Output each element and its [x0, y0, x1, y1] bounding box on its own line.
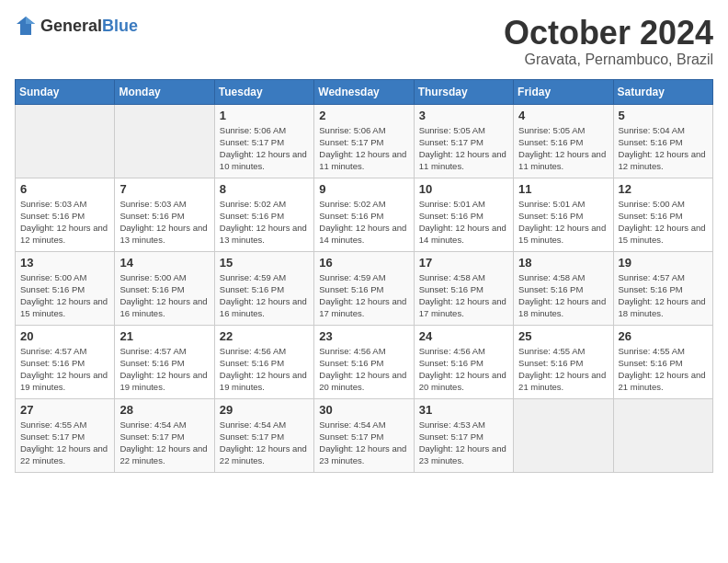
day-info: Sunrise: 5:06 AM Sunset: 5:17 PM Dayligh… — [220, 124, 309, 173]
calendar-week-2: 6Sunrise: 5:03 AM Sunset: 5:16 PM Daylig… — [16, 178, 713, 251]
calendar-cell: 29Sunrise: 4:54 AM Sunset: 5:17 PM Dayli… — [214, 398, 313, 472]
day-number: 8 — [220, 182, 309, 196]
day-info: Sunrise: 5:00 AM Sunset: 5:16 PM Dayligh… — [20, 271, 109, 320]
day-number: 28 — [119, 403, 209, 417]
day-number: 29 — [220, 403, 309, 417]
day-number: 22 — [220, 329, 309, 343]
calendar-week-3: 13Sunrise: 5:00 AM Sunset: 5:16 PM Dayli… — [16, 251, 713, 325]
day-number: 25 — [518, 329, 608, 343]
calendar-cell: 20Sunrise: 4:57 AM Sunset: 5:16 PM Dayli… — [16, 325, 115, 398]
logo-icon — [15, 15, 37, 37]
day-info: Sunrise: 4:59 AM Sunset: 5:16 PM Dayligh… — [220, 271, 309, 320]
day-header-monday: Monday — [115, 79, 214, 104]
calendar-cell: 18Sunrise: 4:58 AM Sunset: 5:16 PM Dayli… — [514, 251, 613, 325]
day-number: 17 — [419, 256, 508, 270]
day-info: Sunrise: 4:57 AM Sunset: 5:16 PM Dayligh… — [619, 271, 708, 320]
day-info: Sunrise: 4:59 AM Sunset: 5:16 PM Dayligh… — [319, 271, 408, 320]
day-header-friday: Friday — [514, 79, 613, 104]
day-info: Sunrise: 4:56 AM Sunset: 5:16 PM Dayligh… — [319, 345, 408, 394]
day-header-sunday: Sunday — [16, 79, 115, 104]
calendar-cell — [613, 398, 712, 472]
day-number: 16 — [319, 256, 408, 270]
day-number: 7 — [119, 182, 209, 196]
day-info: Sunrise: 5:01 AM Sunset: 5:16 PM Dayligh… — [419, 198, 508, 247]
day-info: Sunrise: 5:03 AM Sunset: 5:16 PM Dayligh… — [119, 198, 209, 247]
day-info: Sunrise: 5:02 AM Sunset: 5:16 PM Dayligh… — [220, 198, 309, 247]
day-number: 24 — [419, 329, 508, 343]
day-number: 18 — [518, 256, 608, 270]
day-info: Sunrise: 4:58 AM Sunset: 5:16 PM Dayligh… — [518, 271, 608, 320]
calendar-cell: 11Sunrise: 5:01 AM Sunset: 5:16 PM Dayli… — [514, 178, 613, 251]
calendar-cell: 3Sunrise: 5:05 AM Sunset: 5:17 PM Daylig… — [414, 104, 513, 178]
calendar-cell: 8Sunrise: 5:02 AM Sunset: 5:16 PM Daylig… — [214, 178, 313, 251]
calendar-cell: 28Sunrise: 4:54 AM Sunset: 5:17 PM Dayli… — [115, 398, 214, 472]
day-info: Sunrise: 5:06 AM Sunset: 5:17 PM Dayligh… — [319, 124, 408, 173]
day-info: Sunrise: 4:55 AM Sunset: 5:16 PM Dayligh… — [619, 345, 708, 394]
day-number: 10 — [419, 182, 508, 196]
calendar-table: SundayMondayTuesdayWednesdayThursdayFrid… — [15, 79, 713, 473]
day-info: Sunrise: 5:04 AM Sunset: 5:16 PM Dayligh… — [619, 124, 708, 173]
calendar-cell: 4Sunrise: 5:05 AM Sunset: 5:16 PM Daylig… — [514, 104, 613, 178]
day-number: 26 — [619, 329, 708, 343]
day-info: Sunrise: 5:01 AM Sunset: 5:16 PM Dayligh… — [518, 198, 608, 247]
location-title: Gravata, Pernambuco, Brazil — [504, 52, 713, 68]
calendar-cell: 23Sunrise: 4:56 AM Sunset: 5:16 PM Dayli… — [314, 325, 414, 398]
page-header: GeneralBlue October 2024 Gravata, Pernam… — [15, 15, 713, 68]
day-info: Sunrise: 4:57 AM Sunset: 5:16 PM Dayligh… — [20, 345, 109, 394]
calendar-cell: 17Sunrise: 4:58 AM Sunset: 5:16 PM Dayli… — [414, 251, 513, 325]
day-number: 5 — [619, 109, 708, 122]
calendar-cell — [115, 104, 214, 178]
logo: GeneralBlue — [15, 15, 138, 37]
day-number: 2 — [319, 109, 408, 122]
day-info: Sunrise: 5:00 AM Sunset: 5:16 PM Dayligh… — [619, 198, 708, 247]
day-info: Sunrise: 5:05 AM Sunset: 5:17 PM Dayligh… — [419, 124, 508, 173]
calendar-week-4: 20Sunrise: 4:57 AM Sunset: 5:16 PM Dayli… — [16, 325, 713, 398]
logo-text-general: General — [40, 17, 102, 35]
svg-marker-1 — [26, 17, 35, 24]
day-number: 3 — [419, 109, 508, 122]
calendar-cell: 26Sunrise: 4:55 AM Sunset: 5:16 PM Dayli… — [613, 325, 712, 398]
day-number: 4 — [518, 109, 608, 122]
calendar-cell: 31Sunrise: 4:53 AM Sunset: 5:17 PM Dayli… — [414, 398, 513, 472]
day-info: Sunrise: 5:02 AM Sunset: 5:16 PM Dayligh… — [319, 198, 408, 247]
calendar-cell: 19Sunrise: 4:57 AM Sunset: 5:16 PM Dayli… — [613, 251, 712, 325]
logo-text-blue: Blue — [102, 17, 138, 35]
day-info: Sunrise: 4:54 AM Sunset: 5:17 PM Dayligh… — [119, 419, 209, 467]
day-number: 19 — [619, 256, 708, 270]
day-header-thursday: Thursday — [414, 79, 513, 104]
calendar-header-row: SundayMondayTuesdayWednesdayThursdayFrid… — [16, 79, 713, 104]
day-info: Sunrise: 5:03 AM Sunset: 5:16 PM Dayligh… — [20, 198, 109, 247]
day-number: 30 — [319, 403, 408, 417]
calendar-cell: 21Sunrise: 4:57 AM Sunset: 5:16 PM Dayli… — [115, 325, 214, 398]
day-info: Sunrise: 4:53 AM Sunset: 5:17 PM Dayligh… — [419, 419, 508, 467]
day-header-saturday: Saturday — [613, 79, 712, 104]
calendar-cell: 7Sunrise: 5:03 AM Sunset: 5:16 PM Daylig… — [115, 178, 214, 251]
calendar-cell: 10Sunrise: 5:01 AM Sunset: 5:16 PM Dayli… — [414, 178, 513, 251]
calendar-cell — [16, 104, 115, 178]
calendar-cell: 27Sunrise: 4:55 AM Sunset: 5:17 PM Dayli… — [16, 398, 115, 472]
day-info: Sunrise: 4:56 AM Sunset: 5:16 PM Dayligh… — [220, 345, 309, 394]
title-area: October 2024 Gravata, Pernambuco, Brazil — [504, 15, 713, 68]
calendar-cell — [514, 398, 613, 472]
calendar-cell: 30Sunrise: 4:54 AM Sunset: 5:17 PM Dayli… — [314, 398, 414, 472]
calendar-cell: 6Sunrise: 5:03 AM Sunset: 5:16 PM Daylig… — [16, 178, 115, 251]
calendar-cell: 15Sunrise: 4:59 AM Sunset: 5:16 PM Dayli… — [214, 251, 313, 325]
day-number: 27 — [20, 403, 109, 417]
day-number: 14 — [119, 256, 209, 270]
calendar-cell: 24Sunrise: 4:56 AM Sunset: 5:16 PM Dayli… — [414, 325, 513, 398]
day-number: 1 — [220, 109, 309, 122]
day-header-wednesday: Wednesday — [314, 79, 414, 104]
day-number: 20 — [20, 329, 109, 343]
day-info: Sunrise: 4:56 AM Sunset: 5:16 PM Dayligh… — [419, 345, 508, 394]
calendar-cell: 14Sunrise: 5:00 AM Sunset: 5:16 PM Dayli… — [115, 251, 214, 325]
day-number: 31 — [419, 403, 508, 417]
calendar-week-5: 27Sunrise: 4:55 AM Sunset: 5:17 PM Dayli… — [16, 398, 713, 472]
calendar-cell: 13Sunrise: 5:00 AM Sunset: 5:16 PM Dayli… — [16, 251, 115, 325]
day-header-tuesday: Tuesday — [214, 79, 313, 104]
calendar-week-1: 1Sunrise: 5:06 AM Sunset: 5:17 PM Daylig… — [16, 104, 713, 178]
calendar-cell: 2Sunrise: 5:06 AM Sunset: 5:17 PM Daylig… — [314, 104, 414, 178]
day-info: Sunrise: 4:55 AM Sunset: 5:17 PM Dayligh… — [20, 419, 109, 467]
day-number: 15 — [220, 256, 309, 270]
day-info: Sunrise: 4:57 AM Sunset: 5:16 PM Dayligh… — [119, 345, 209, 394]
calendar-cell: 16Sunrise: 4:59 AM Sunset: 5:16 PM Dayli… — [314, 251, 414, 325]
